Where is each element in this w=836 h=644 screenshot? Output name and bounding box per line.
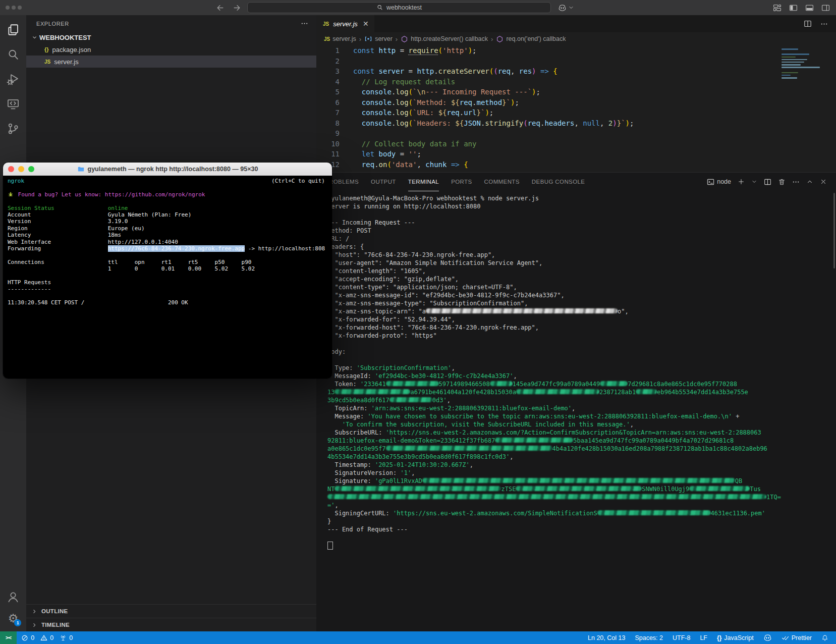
panel-tab-terminal[interactable]: TERMINAL <box>408 173 439 191</box>
activity-source-control[interactable] <box>7 122 20 135</box>
shell-selector[interactable]: node <box>707 178 731 186</box>
terminal-profiles[interactable] <box>751 179 757 185</box>
close-tab-icon[interactable]: ✕ <box>363 20 369 28</box>
chevron-up-icon <box>806 178 813 185</box>
status-eol[interactable]: LF <box>700 634 707 641</box>
section-outline[interactable]: OUTLINE <box>26 604 316 618</box>
panel-bottom-icon[interactable] <box>805 4 814 12</box>
activity-accounts[interactable] <box>7 591 20 604</box>
minimize-window-button[interactable] <box>12 6 16 10</box>
ngrok-terminal-content[interactable]: ngrok(Ctrl+C to quit) Found a bug? Let u… <box>3 176 332 379</box>
split-editor-icon[interactable] <box>804 20 812 28</box>
activity-remote-explorer[interactable] <box>7 97 20 111</box>
terminal-line: SubscribeURL: 'https://sns.eu-west-2.ama… <box>327 428 836 437</box>
code-line: 10 // Collect body data if any <box>316 139 836 149</box>
breadcrumb-item[interactable]: server <box>364 35 393 43</box>
code-editor[interactable]: 1const http = require('http');23const se… <box>316 45 836 172</box>
ngrok-terminal-window[interactable]: gyulanemeth — ngrok http http://localhos… <box>3 163 332 379</box>
remote-icon: >< <box>6 634 11 641</box>
tab-server-js[interactable]: JS server.js ✕ <box>316 15 374 32</box>
status-language-mode[interactable]: {}JavaScript <box>717 634 754 641</box>
terminal-line: "content-type": "application/json; chars… <box>327 283 836 291</box>
error-icon <box>21 634 28 641</box>
status-cursor-position[interactable]: Ln 20, Col 13 <box>588 634 625 641</box>
status-copilot-status[interactable] <box>763 633 772 642</box>
ngrok-line <box>8 293 332 299</box>
redacted-text <box>386 446 552 451</box>
status-indentation[interactable]: Spaces: 2 <box>635 634 663 641</box>
terminal-line: URL: / <box>327 235 836 243</box>
fullscreen-button[interactable] <box>28 166 34 172</box>
status-text: UTF-8 <box>673 634 690 641</box>
ngrok-line: ngrok(Ctrl+C to quit) <box>8 178 332 184</box>
copilot-menu[interactable] <box>558 0 574 15</box>
folder-root[interactable]: WEBHOOKTEST <box>26 32 316 43</box>
terminal-line: "accept-encoding": "gzip,deflate", <box>327 275 836 283</box>
close-panel[interactable] <box>820 178 827 185</box>
activity-run-and-debug[interactable] <box>7 73 20 86</box>
breadcrumb-item[interactable]: http.createServer() callback <box>401 35 488 43</box>
panel-tab-comments[interactable]: COMMENTS <box>484 173 520 191</box>
terminal-line: a0e865c1dc0e95f74b4a120fe428b15030a16ed2… <box>327 445 836 453</box>
code-line: 7 console.log(`URL: ${req.url}`); <box>316 108 836 118</box>
redacted-text <box>422 478 735 483</box>
more-actions-icon[interactable] <box>301 20 308 27</box>
status-ports[interactable]: 0 <box>60 634 73 641</box>
activity-settings[interactable]: ⚙1 <box>8 612 19 624</box>
zoom-window-button[interactable] <box>18 6 22 10</box>
file-item-package.json[interactable]: {}package.json <box>26 43 316 56</box>
status-errors[interactable]: 0 <box>21 634 34 641</box>
panel-left-icon[interactable] <box>789 4 798 12</box>
breadcrumb-item[interactable]: req.on('end') callback <box>496 35 566 43</box>
breadcrumb-label: http.createServer() callback <box>411 35 488 42</box>
customize-layout-icon[interactable] <box>773 4 782 12</box>
ngrok-line: Web Interface http://127.0.0.1:4040 <box>8 239 332 245</box>
redacted-text <box>426 308 618 313</box>
tab-label: server.js <box>333 20 358 28</box>
breadcrumb-item[interactable]: JSserver.js <box>324 35 356 42</box>
maximize-panel[interactable] <box>806 178 813 185</box>
code-line: 5 console.log(`\n--- Incoming Request --… <box>316 87 836 97</box>
terminal-line: 13a6791be461404a120fe428b15030a2387128ab… <box>327 388 836 396</box>
section-timeline[interactable]: TIMELINE <box>26 618 316 631</box>
panel-tab-ports[interactable]: PORTS <box>451 173 472 191</box>
terminal-icon <box>707 178 714 186</box>
ngrok-line <box>8 184 332 191</box>
activity-explorer[interactable] <box>7 23 20 36</box>
status-encoding[interactable]: UTF-8 <box>673 634 690 641</box>
terminal-scrollbar[interactable] <box>833 193 835 269</box>
panel-more[interactable] <box>792 178 800 186</box>
redacted-text <box>600 381 628 386</box>
status-notifications[interactable] <box>821 634 828 641</box>
navigate-forward-icon[interactable] <box>233 4 241 12</box>
terminal-line: Signature: 'gPa0lL1RvxADQB <box>327 477 836 485</box>
chevron-down-icon <box>751 179 757 185</box>
file-name: package.json <box>52 46 91 53</box>
navigate-back-icon[interactable] <box>216 4 225 12</box>
remote-indicator[interactable]: >< <box>0 631 17 644</box>
terminal-line: } <box>327 340 836 348</box>
terminal-line: TopicArn: 'arn:aws:sns:eu-west-2:2888063… <box>327 404 836 412</box>
activity-search[interactable] <box>7 48 20 61</box>
copilot-icon <box>558 4 567 12</box>
terminal-line: Headers: { <box>327 243 836 251</box>
status-formatter[interactable]: Prettier <box>782 634 812 641</box>
more-actions-icon[interactable] <box>820 20 828 28</box>
file-item-server.js[interactable]: JSserver.js <box>26 56 316 68</box>
panel-tab-output[interactable]: OUTPUT <box>371 173 396 191</box>
minimap[interactable] <box>782 48 828 80</box>
panel-tab-debug-console[interactable]: DEBUG CONSOLE <box>532 173 585 191</box>
kill-terminal[interactable] <box>778 178 786 186</box>
new-terminal[interactable] <box>738 178 745 185</box>
command-center-search[interactable]: webhooktest <box>247 2 551 13</box>
minimize-button[interactable] <box>18 166 24 172</box>
bottom-panel: PROBLEMSOUTPUTTERMINALPORTSCOMMENTSDEBUG… <box>316 172 836 631</box>
close-window-button[interactable] <box>6 6 10 10</box>
panel-right-icon[interactable] <box>821 4 830 12</box>
status-warnings[interactable]: 0 <box>40 634 53 641</box>
ngrok-window-titlebar[interactable]: gyulanemeth — ngrok http http://localhos… <box>3 163 332 176</box>
terminal-line: Timestamp: '2025-01-24T10:30:20.667Z', <box>327 461 836 469</box>
terminal-output[interactable]: gyulanemeth@Gyula-MacBook-Pro webhooktes… <box>316 191 836 631</box>
close-button[interactable] <box>8 166 14 172</box>
split-terminal[interactable] <box>764 178 771 186</box>
